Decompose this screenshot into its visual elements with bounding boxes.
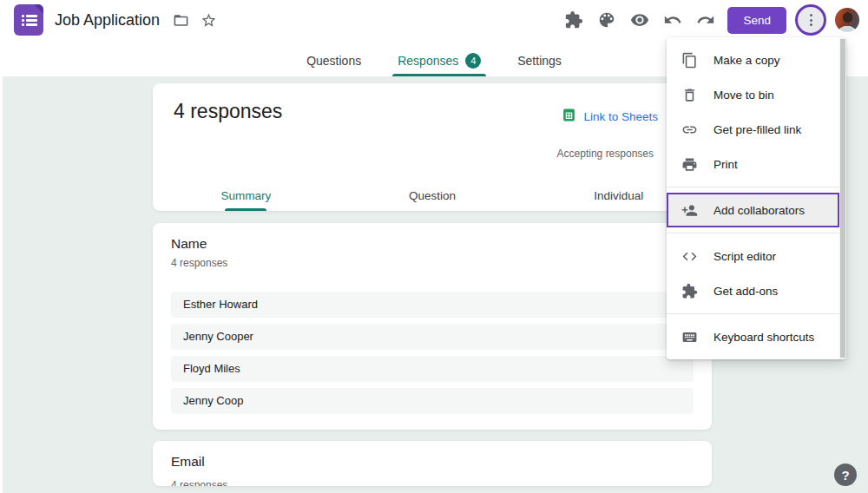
- header-controls: Send: [557, 3, 859, 37]
- tab-settings[interactable]: Settings: [512, 40, 567, 76]
- menu-divider: [667, 187, 839, 187]
- title-action-icons: [168, 8, 220, 32]
- undo-icon[interactable]: [656, 3, 689, 36]
- menu-item-add-collaborators[interactable]: Add collaborators: [667, 193, 839, 227]
- menu-item-get-add-ons[interactable]: Get add-ons: [667, 273, 839, 308]
- code-icon: [681, 248, 698, 265]
- question-response-count: 4 responses: [171, 479, 227, 486]
- forms-logo-icon[interactable]: [14, 4, 43, 36]
- menu-divider: [667, 313, 839, 314]
- question-card-email: Email 4 responses: [153, 441, 712, 486]
- tab-questions[interactable]: Questions: [301, 40, 366, 76]
- responses-count-title: 4 responses: [174, 100, 282, 123]
- menu-item-get-pre-filled-link[interactable]: Get pre-filled link: [667, 112, 839, 147]
- google-forms-app: Job Application: [0, 0, 868, 493]
- copy-icon: [681, 52, 698, 69]
- menu-item-make-a-copy[interactable]: Make a copy: [667, 43, 839, 77]
- scrollbar-thumb[interactable]: [840, 39, 845, 358]
- menu-item-script-editor[interactable]: Script editor: [667, 239, 839, 273]
- more-menu-icon[interactable]: [795, 4, 826, 36]
- help-button[interactable]: ?: [834, 463, 857, 486]
- folder-icon[interactable]: [168, 8, 193, 32]
- subtab-question[interactable]: Question: [339, 180, 526, 211]
- avatar[interactable]: [835, 8, 859, 32]
- menu-item-move-to-bin[interactable]: Move to bin: [667, 77, 839, 112]
- preview-eye-icon[interactable]: [623, 3, 656, 36]
- keyboard-icon: [681, 329, 698, 345]
- answer-row: Esther Howard: [171, 292, 694, 318]
- palette-icon[interactable]: [590, 3, 623, 36]
- question-response-count: 4 responses: [171, 257, 227, 269]
- logo-fold: [34, 4, 43, 14]
- header-top-row: Job Application: [0, 0, 868, 40]
- sheets-icon: [562, 108, 576, 126]
- star-icon[interactable]: [196, 8, 220, 32]
- form-title[interactable]: Job Application: [55, 11, 160, 30]
- send-button[interactable]: Send: [727, 7, 786, 34]
- redo-icon[interactable]: [689, 3, 722, 36]
- question-title: Name: [171, 236, 207, 252]
- menu-item-keyboard-shortcuts[interactable]: Keyboard shortcuts: [667, 319, 839, 354]
- question-title: Email: [171, 454, 205, 470]
- link-icon: [681, 122, 698, 138]
- answers-list: Esther Howard Jenny Cooper Floyd Miles J…: [171, 292, 694, 420]
- print-icon: [681, 156, 698, 173]
- trash-icon: [681, 87, 698, 103]
- question-card-name: Name 4 responses Esther Howard Jenny Coo…: [153, 223, 712, 430]
- answer-row: Jenny Coop: [171, 388, 694, 414]
- puzzle-icon: [681, 283, 698, 299]
- answer-row: Floyd Miles: [171, 356, 694, 382]
- responses-summary-card: 4 responses Link to Sheets Accepting res…: [153, 83, 712, 211]
- menu-divider: [667, 233, 839, 233]
- responses-count-badge: 4: [465, 53, 481, 69]
- addons-puzzle-icon[interactable]: [557, 3, 590, 36]
- menu-item-print[interactable]: Print: [667, 147, 839, 181]
- answer-row: Jenny Cooper: [171, 324, 694, 350]
- more-options-menu: Make a copy Move to bin Get pre-filled l…: [667, 37, 846, 359]
- tab-responses[interactable]: Responses 4: [392, 40, 486, 76]
- person-add-icon: [681, 202, 698, 219]
- menu-scrollbar[interactable]: [839, 37, 846, 359]
- response-view-subtabs: Summary Question Individual: [153, 180, 712, 211]
- link-to-sheets-button[interactable]: Link to Sheets: [562, 108, 658, 126]
- accepting-responses-label: Accepting responses: [557, 148, 654, 160]
- link-to-sheets-label: Link to Sheets: [583, 110, 658, 123]
- subtab-summary[interactable]: Summary: [153, 180, 339, 211]
